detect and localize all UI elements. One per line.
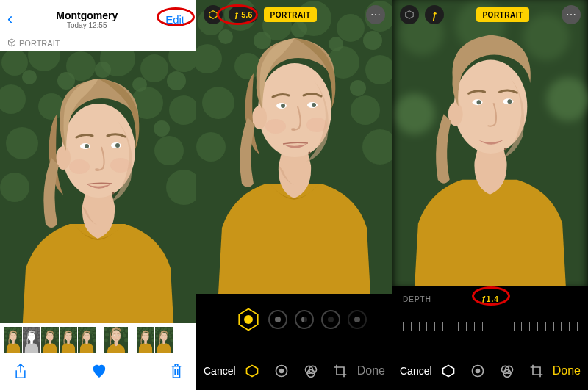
lighting-contour[interactable] bbox=[295, 310, 314, 329]
depth-control-header: DEPTH ƒ1.4 bbox=[392, 290, 588, 308]
crop-tab-icon[interactable] bbox=[529, 364, 544, 378]
crop-tab-icon[interactable] bbox=[333, 364, 348, 378]
portrait-mode-badge[interactable]: PORTRAIT bbox=[264, 7, 316, 22]
thumbnail[interactable] bbox=[23, 327, 40, 353]
photos-view-pane: ‹ Montgomery Today 12:55 Edit PORTRAIT bbox=[0, 0, 196, 390]
edit-button[interactable]: Edit bbox=[161, 12, 189, 27]
cancel-button[interactable]: Cancel bbox=[400, 365, 432, 377]
thumbnail[interactable] bbox=[155, 327, 173, 353]
lighting-toggle-button[interactable] bbox=[400, 5, 419, 24]
filters-tab-icon[interactable] bbox=[304, 364, 318, 378]
back-button[interactable]: ‹ bbox=[7, 10, 12, 29]
album-title: Montgomery bbox=[56, 10, 118, 21]
favorite-icon[interactable] bbox=[91, 364, 107, 382]
svg-point-45 bbox=[244, 315, 253, 324]
share-icon[interactable] bbox=[13, 363, 28, 383]
thumbnail[interactable] bbox=[4, 327, 22, 353]
done-button[interactable]: Done bbox=[553, 364, 581, 378]
portrait-tab-icon[interactable] bbox=[441, 364, 456, 378]
portrait-label: PORTRAIT bbox=[19, 39, 60, 48]
editor-bottom-toolbar: Cancel Done bbox=[392, 352, 588, 390]
editor-photo-blurred[interactable] bbox=[392, 0, 588, 286]
lighting-natural-selected[interactable] bbox=[236, 307, 261, 332]
aperture-pill[interactable]: ƒ 5.6 bbox=[229, 7, 258, 23]
lighting-stage-mono[interactable] bbox=[348, 310, 367, 329]
photos-header: ‹ Montgomery Today 12:55 Edit bbox=[0, 0, 196, 35]
cube-icon bbox=[7, 38, 16, 48]
editor-depth-pane: ƒ PORTRAIT ⋯ DEPTH ƒ1.4 Cancel Done bbox=[392, 0, 588, 390]
thumbnail[interactable] bbox=[60, 327, 77, 353]
lighting-studio[interactable] bbox=[268, 310, 287, 329]
lighting-stage[interactable] bbox=[321, 310, 340, 329]
cancel-button[interactable]: Cancel bbox=[204, 365, 236, 377]
depth-slider-thumb[interactable] bbox=[490, 316, 490, 331]
depth-slider[interactable] bbox=[403, 308, 578, 331]
header-title-block: Montgomery Today 12:55 bbox=[56, 10, 118, 29]
portrait-tab-icon[interactable] bbox=[245, 364, 259, 378]
more-icon[interactable]: ⋯ bbox=[366, 5, 385, 24]
lighting-toggle-button[interactable] bbox=[204, 5, 223, 24]
adjust-tab-icon[interactable] bbox=[274, 364, 289, 378]
filters-tab-icon[interactable] bbox=[500, 364, 514, 378]
thumbnail[interactable] bbox=[137, 327, 154, 353]
portrait-badge-row: PORTRAIT bbox=[0, 35, 196, 51]
done-button[interactable]: Done bbox=[357, 364, 385, 378]
editor-top-toolbar: ƒ PORTRAIT ⋯ bbox=[392, 0, 588, 29]
editor-bottom-toolbar: Cancel Done bbox=[196, 352, 392, 390]
editor-top-toolbar: ƒ 5.6 PORTRAIT ⋯ bbox=[196, 0, 392, 29]
portrait-mode-badge[interactable]: PORTRAIT bbox=[476, 7, 528, 22]
thumbnail-strip[interactable] bbox=[0, 323, 196, 354]
thumbnail[interactable] bbox=[41, 327, 59, 353]
thumbnail[interactable] bbox=[78, 327, 96, 353]
lighting-effects-row[interactable] bbox=[196, 301, 392, 338]
editor-tool-tabs bbox=[432, 364, 553, 378]
photos-bottom-toolbar bbox=[0, 355, 196, 390]
editor-photo[interactable] bbox=[196, 0, 392, 294]
svg-point-52 bbox=[476, 369, 479, 373]
editor-lighting-pane: ƒ 5.6 PORTRAIT ⋯ Cancel Done bbox=[196, 0, 392, 390]
svg-point-47 bbox=[280, 369, 284, 373]
editor-tool-tabs bbox=[236, 364, 357, 378]
depth-value: ƒ1.4 bbox=[481, 295, 498, 303]
thumbnail-selected[interactable] bbox=[104, 327, 128, 353]
trash-icon[interactable] bbox=[170, 363, 183, 383]
aperture-toggle-button[interactable]: ƒ bbox=[425, 5, 444, 24]
main-photo[interactable] bbox=[0, 51, 196, 323]
photo-timestamp: Today 12:55 bbox=[56, 21, 118, 29]
depth-label: DEPTH bbox=[403, 295, 431, 303]
adjust-tab-icon[interactable] bbox=[470, 364, 485, 378]
aperture-value: ƒ 5.6 bbox=[234, 10, 252, 19]
more-icon[interactable]: ⋯ bbox=[562, 5, 581, 24]
